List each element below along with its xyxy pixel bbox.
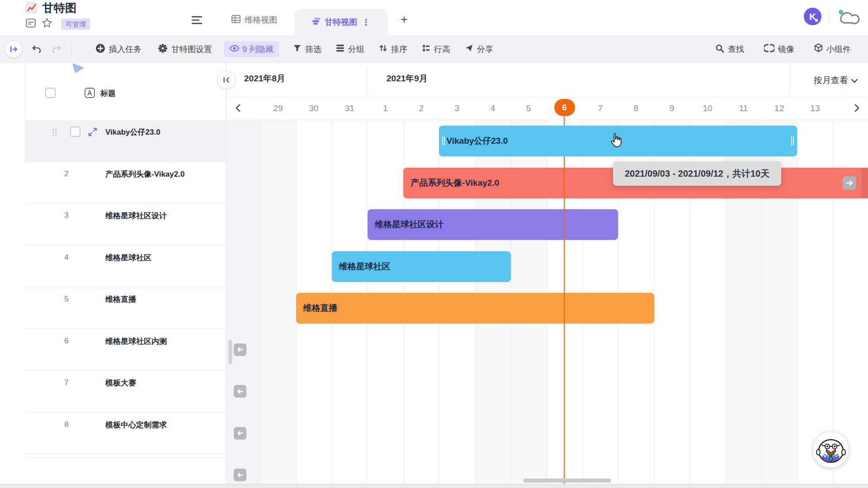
tab-gantt-view[interactable]: 甘特视图 ⋮ bbox=[295, 9, 387, 35]
row-number: 7 bbox=[57, 378, 76, 387]
day-cell-5: 5 bbox=[511, 100, 547, 117]
mirror-button[interactable]: 镜像 bbox=[764, 44, 794, 55]
filter-button[interactable]: 筛选 bbox=[293, 44, 321, 55]
header-divider bbox=[829, 10, 829, 23]
row-height-button[interactable]: 行高 bbox=[422, 44, 450, 55]
mirror-icon bbox=[764, 44, 774, 55]
drag-handle-icon[interactable] bbox=[52, 128, 57, 136]
table-row[interactable]: 2产品系列头像-Vikay2.0 bbox=[25, 162, 226, 204]
task-title: 产品系列头像-Vikay2.0 bbox=[105, 169, 184, 179]
bar-resize-handle[interactable] bbox=[791, 136, 792, 145]
view-mode-dropdown[interactable]: 按月查看 bbox=[789, 63, 868, 97]
vikaby-mascot-button[interactable] bbox=[812, 431, 850, 469]
jump-to-bar-left-button[interactable] bbox=[234, 385, 246, 398]
gantt-bar-label: Vikaby公仔23.0 bbox=[446, 126, 508, 156]
chevron-down-icon bbox=[851, 75, 858, 85]
month-divider bbox=[368, 66, 368, 95]
table-row[interactable]: 4维格星球社区 bbox=[25, 245, 226, 287]
toolbar-divider bbox=[71, 43, 72, 55]
jump-to-bar-left-button[interactable] bbox=[234, 343, 246, 356]
select-all-checkbox[interactable] bbox=[45, 88, 56, 98]
find-button[interactable]: 查找 bbox=[715, 44, 744, 55]
day-cell-2: 2 bbox=[403, 100, 439, 117]
scroll-to-start-button[interactable] bbox=[218, 71, 235, 89]
title-column-header: 标题 bbox=[100, 88, 116, 99]
add-view-button[interactable]: + bbox=[401, 13, 408, 27]
timeline-next-button[interactable] bbox=[852, 103, 862, 113]
table-row[interactable]: 7模板大赛 bbox=[25, 371, 226, 413]
jump-to-bar-right-button[interactable] bbox=[843, 176, 856, 190]
insert-task-button[interactable]: 插入任务 bbox=[95, 43, 142, 56]
table-row[interactable]: 8模板中心定制需求 bbox=[25, 413, 226, 455]
tab-more-icon[interactable]: ⋮ bbox=[362, 17, 370, 28]
star-favorite-icon[interactable] bbox=[42, 18, 52, 28]
timeline-prev-button[interactable] bbox=[233, 103, 243, 113]
redo-button[interactable] bbox=[52, 45, 61, 54]
gear-icon bbox=[158, 43, 168, 56]
row-height-icon bbox=[422, 44, 430, 55]
undo-button[interactable] bbox=[32, 45, 42, 54]
row-checkbox[interactable] bbox=[70, 127, 80, 137]
jump-to-bar-left-button[interactable] bbox=[234, 427, 246, 440]
sort-button[interactable]: 排序 bbox=[379, 44, 407, 55]
search-icon bbox=[715, 44, 724, 55]
drag-marker bbox=[72, 63, 84, 75]
bar-resize-handle[interactable] bbox=[444, 136, 445, 145]
row-number: 4 bbox=[57, 253, 76, 262]
bar-resize-handle[interactable] bbox=[793, 136, 794, 145]
table-row[interactable]: 5维格直播 bbox=[25, 287, 226, 329]
widgets-button[interactable]: 小组件 bbox=[814, 43, 851, 55]
gantt-bar[interactable]: 维格直播 bbox=[296, 293, 654, 324]
row-number: 3 bbox=[57, 211, 76, 220]
day-cell-6: 6 bbox=[554, 99, 575, 116]
day-cell-4: 4 bbox=[475, 100, 511, 117]
share-button[interactable]: 分享 bbox=[465, 44, 493, 55]
gantt-bar[interactable]: 维格星球社区 bbox=[332, 251, 511, 282]
table-row[interactable]: Vikaby公仔23.0 bbox=[25, 120, 226, 162]
jump-to-bar-left-button[interactable] bbox=[234, 469, 246, 481]
day-cell-11: 11 bbox=[726, 100, 761, 117]
vika-logo-avatar[interactable]: K bbox=[804, 8, 821, 25]
day-cell-12: 12 bbox=[761, 100, 797, 117]
mirror-label: 镜像 bbox=[778, 44, 794, 55]
bar-continues-shade bbox=[862, 168, 868, 198]
hidden-columns-button[interactable]: 9 列隐藏 bbox=[224, 41, 279, 57]
view-list-icon[interactable] bbox=[192, 16, 202, 24]
task-title: 模板中心定制需求 bbox=[105, 420, 167, 430]
task-title: 维格星球社区内测 bbox=[105, 336, 167, 347]
share-label: 分享 bbox=[477, 44, 493, 55]
task-title: 模板大赛 bbox=[105, 378, 136, 388]
day-cell-1: 1 bbox=[368, 100, 403, 117]
cube-icon bbox=[814, 43, 823, 55]
send-plane-icon bbox=[465, 44, 473, 55]
expand-record-icon[interactable] bbox=[88, 127, 98, 137]
permission-badge: 可管理 bbox=[61, 19, 90, 30]
gantt-bar-label: 维格星球社区 bbox=[339, 251, 391, 282]
app-header: 甘特图 可管理 维格视图 甘特视图 ⋮ + K bbox=[0, 0, 868, 35]
table-row[interactable]: 3维格星球社区设计 bbox=[25, 203, 226, 245]
tab-grid-view[interactable]: 维格视图 bbox=[231, 14, 277, 25]
gantt-bar[interactable]: 维格星球社区设计 bbox=[368, 209, 618, 240]
sync-cloud-icon[interactable] bbox=[836, 9, 860, 25]
gantt-bar-label: 产品系列头像-Vikay2.0 bbox=[410, 168, 499, 198]
description-icon[interactable] bbox=[25, 18, 36, 28]
bar-resize-handle[interactable] bbox=[442, 136, 443, 145]
widgets-label: 小组件 bbox=[826, 44, 851, 55]
gantt-view-icon bbox=[312, 18, 321, 27]
toggle-panel-button[interactable] bbox=[5, 41, 22, 57]
group-label: 分组 bbox=[348, 44, 364, 55]
gantt-settings-button[interactable]: 甘特图设置 bbox=[158, 43, 212, 56]
task-title: Vikaby公仔23.0 bbox=[105, 127, 160, 137]
vertical-scrollbar[interactable] bbox=[228, 340, 232, 364]
month-label: 2021年8月 bbox=[244, 73, 285, 84]
sort-label: 排序 bbox=[391, 44, 407, 55]
table-row[interactable]: 6维格星球社区内测 bbox=[25, 329, 226, 371]
eye-icon bbox=[230, 45, 239, 54]
today-line bbox=[564, 117, 565, 484]
horizontal-scrollbar[interactable] bbox=[523, 479, 611, 483]
gantt-bar-label: 维格直播 bbox=[303, 293, 338, 324]
insert-task-label: 插入任务 bbox=[109, 44, 142, 55]
chart-file-icon bbox=[25, 2, 38, 14]
group-button[interactable]: 分组 bbox=[336, 44, 364, 55]
plus-circle-icon bbox=[95, 43, 105, 56]
